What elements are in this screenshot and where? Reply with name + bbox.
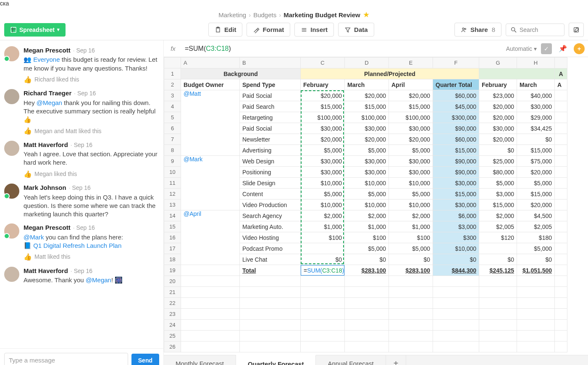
cell[interactable] (389, 331, 433, 341)
cell[interactable] (433, 309, 479, 320)
cell[interactable]: $120 (479, 232, 517, 243)
cell[interactable] (301, 276, 345, 287)
cell[interactable]: $30,000 (345, 167, 389, 178)
cell[interactable] (555, 210, 567, 221)
cell[interactable]: $25,000 (479, 156, 517, 167)
cell[interactable] (555, 178, 567, 189)
row-header[interactable]: 7 (164, 134, 181, 145)
cell[interactable] (389, 298, 433, 309)
cell[interactable] (555, 243, 567, 254)
cell[interactable]: $245,125 (479, 265, 517, 276)
cell[interactable] (389, 287, 433, 298)
col-header[interactable]: D (345, 58, 389, 68)
cell[interactable] (389, 320, 433, 331)
cell[interactable]: $60,000 (433, 134, 479, 145)
row-header[interactable]: 14 (164, 210, 181, 221)
cell[interactable]: $30,000 (433, 178, 479, 189)
cell[interactable]: $10,000 (389, 178, 433, 189)
cell[interactable] (555, 90, 567, 101)
cell[interactable]: $15,000 (389, 101, 433, 112)
cell[interactable]: $2,000 (389, 210, 433, 221)
comment-author[interactable]: Matt Haverford (24, 267, 68, 275)
cell[interactable]: $5,000 (389, 243, 433, 254)
cell[interactable]: $5,000 (301, 145, 345, 156)
row-header[interactable]: 13 (164, 200, 181, 210)
cell[interactable] (555, 156, 567, 167)
cell[interactable]: $100,000 (345, 112, 389, 123)
tab-quarterly[interactable]: Quarterly Forecast (236, 355, 316, 365)
cell[interactable]: $100 (345, 232, 389, 243)
col-header[interactable]: B (240, 58, 301, 68)
row-header[interactable]: 10 (164, 167, 181, 178)
cell[interactable]: $90,000 (433, 167, 479, 178)
cell[interactable] (517, 341, 555, 352)
cell[interactable]: $20,000 (517, 200, 555, 210)
cell[interactable]: $1,000 (345, 221, 389, 232)
cell[interactable] (389, 309, 433, 320)
cell[interactable]: $283,100 (345, 265, 389, 276)
grid[interactable]: ABCDEFGH1BackgroundPlanned/ProjectedA2Bu… (164, 57, 588, 355)
comment-author[interactable]: Mark Johnson (24, 184, 66, 192)
cell[interactable]: $30,000 (301, 167, 345, 178)
cell[interactable] (433, 331, 479, 341)
row-header[interactable]: 17 (164, 243, 181, 254)
row-header[interactable]: 15 (164, 221, 181, 232)
search-input[interactable]: Search (506, 24, 564, 36)
cell[interactable] (555, 101, 567, 112)
cell[interactable]: $2,000 (479, 210, 517, 221)
cell[interactable] (555, 254, 567, 265)
cell[interactable] (389, 276, 433, 287)
add-button[interactable]: + (574, 43, 585, 54)
cell[interactable] (479, 243, 517, 254)
cell[interactable] (555, 112, 567, 123)
row-header[interactable]: 4 (164, 101, 181, 112)
row-header[interactable]: 25 (164, 331, 181, 341)
crumb-marketing[interactable]: Marketing (218, 11, 246, 18)
comment-author[interactable]: Megan Prescott (24, 46, 71, 55)
cell[interactable] (240, 287, 301, 298)
cell[interactable]: $30,000 (345, 156, 389, 167)
cell[interactable] (345, 341, 389, 352)
mention[interactable]: Everyone (33, 56, 60, 63)
cell[interactable]: $2,005 (479, 221, 517, 232)
cell[interactable] (433, 320, 479, 331)
doc-link[interactable]: 📘 Q1 Digital Refresh Launch Plan (24, 242, 121, 249)
cell[interactable] (181, 298, 240, 309)
cell[interactable]: $30,000 (301, 156, 345, 167)
avatar[interactable] (4, 46, 19, 61)
comment-author[interactable]: Megan Prescott (24, 223, 71, 232)
cell[interactable] (240, 320, 301, 331)
cell[interactable] (555, 287, 567, 298)
cell[interactable]: $1,051,500 (517, 265, 555, 276)
cell[interactable] (479, 298, 517, 309)
message-input[interactable]: Type a message (4, 353, 128, 365)
avatar[interactable] (4, 89, 19, 104)
cell[interactable] (517, 276, 555, 287)
row-header[interactable]: 2 (164, 79, 181, 90)
cell[interactable] (479, 287, 517, 298)
cell[interactable]: $100 (301, 232, 345, 243)
cell[interactable] (181, 265, 240, 276)
cell[interactable] (555, 232, 567, 243)
cell[interactable]: $0 (479, 145, 517, 156)
avatar[interactable] (4, 267, 19, 282)
cell[interactable]: $283,100 (389, 265, 433, 276)
col-header[interactable]: G (479, 58, 517, 68)
cell[interactable]: $5,000 (389, 145, 433, 156)
cell[interactable] (479, 320, 517, 331)
cell[interactable]: $10,000 (345, 178, 389, 189)
cell[interactable] (517, 298, 555, 309)
owner-matt[interactable]: @Matt (181, 90, 240, 156)
col-header[interactable] (555, 58, 567, 68)
cell[interactable] (555, 298, 567, 309)
cell[interactable]: $180 (517, 232, 555, 243)
cell[interactable]: $3,000 (479, 189, 517, 200)
cell[interactable]: $5,000 (479, 178, 517, 189)
cell[interactable]: $30,000 (345, 123, 389, 134)
cell[interactable] (345, 298, 389, 309)
col-header[interactable]: C (301, 58, 345, 68)
cell[interactable] (345, 287, 389, 298)
send-button[interactable]: Send (131, 354, 159, 365)
cell[interactable]: $15,000 (517, 145, 555, 156)
row-header[interactable]: 16 (164, 232, 181, 243)
